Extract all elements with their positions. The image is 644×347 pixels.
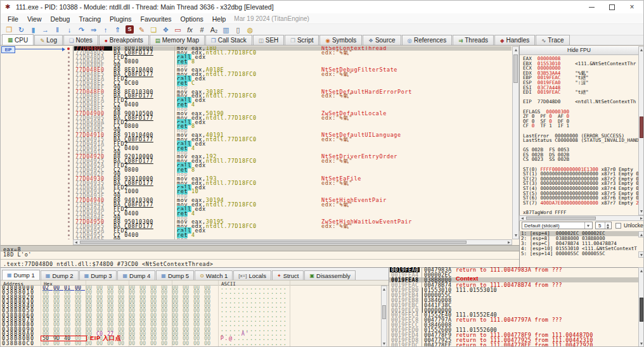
tab-source[interactable]: ❖Source — [363, 35, 401, 45]
menu-item-tracing[interactable]: Tracing — [74, 15, 105, 23]
register-line[interactable]: EIP 77D048D0 <ntdll.NtSetContextTh — [523, 99, 638, 104]
disassembly-hscrollbar[interactable] — [73, 239, 512, 245]
step-out-icon[interactable]: ↑ — [100, 25, 112, 34]
menu-item-options[interactable]: Options — [176, 15, 208, 23]
menu-item-favourites[interactable]: Favourites — [136, 15, 176, 23]
dump-tab-dump-2[interactable]: ▦Dump 2 — [41, 270, 79, 280]
minimize-button[interactable] — [581, 1, 602, 13]
hash-icon[interactable]: # — [196, 25, 208, 34]
scroll-down-icon[interactable] — [383, 343, 385, 345]
tab-notes[interactable]: ❏Notes — [63, 35, 98, 45]
scroll-right-icon[interactable] — [508, 241, 510, 244]
menu-item-view[interactable]: View — [23, 15, 46, 23]
stop-icon[interactable]: ▮ — [27, 25, 39, 34]
tab-symbols[interactable]: ◉Symbols — [319, 35, 362, 45]
step-into-icon[interactable]: ↓ — [63, 25, 75, 34]
tab-call-stack[interactable]: ❒Call Stack — [205, 35, 252, 45]
stack-vscrollbar[interactable] — [638, 267, 644, 347]
eraser-icon[interactable]: ▭ — [172, 25, 184, 34]
tab-log[interactable]: ✎Log — [34, 35, 63, 45]
script-icon: ❐ — [290, 38, 295, 43]
restart-icon[interactable]: ↻ — [15, 25, 27, 34]
dump-tab-watch-1[interactable]: ⊙Watch 1 — [195, 270, 233, 280]
dump-row[interactable]: 038B80C000000000000000000000000000000000… — [1, 341, 381, 346]
font-icon[interactable]: A₂ — [208, 25, 220, 34]
stack-view: 0019FEA00047983Areturn to 111.0047983A f… — [389, 267, 638, 347]
swap-icon[interactable]: ▥ — [220, 25, 232, 34]
tab-breakpoints[interactable]: ●Breakpoints — [99, 35, 149, 45]
scroll-thumb[interactable] — [526, 217, 596, 220]
scroll-down-icon[interactable] — [515, 234, 517, 237]
tab-threads[interactable]: ⇉Threads — [453, 35, 494, 45]
animate-icon[interactable]: ⇑ — [112, 25, 124, 34]
scroll-thumb[interactable] — [640, 117, 643, 138]
stepper-arrows[interactable] — [605, 222, 611, 229]
fx-icon[interactable]: fx — [184, 25, 196, 34]
menu-item-debug[interactable]: Debug — [46, 15, 75, 23]
tab-script[interactable]: ❐Script — [285, 35, 319, 45]
step-over-icon[interactable]: ↷ — [75, 25, 87, 34]
tab-trace[interactable]: ∿Trace — [536, 35, 569, 45]
bullet-icon — [68, 234, 70, 236]
scroll-up-icon[interactable] — [640, 49, 643, 51]
menu-item-help[interactable]: Help — [208, 15, 231, 23]
arg-count-stepper[interactable]: 5 — [595, 222, 612, 229]
tab-cpu[interactable]: ▦CPU — [2, 34, 34, 45]
dump-tab-disassembly[interactable]: ▣Disassembly — [304, 270, 355, 280]
register-line[interactable]: x87TagWord FFFF — [523, 210, 638, 215]
register-line[interactable]: CS 0023 SS 002B — [523, 157, 638, 162]
tab-seh[interactable]: ◫SEH — [253, 35, 285, 45]
open-file-icon[interactable]: ❒ — [3, 25, 15, 34]
dump-tab-dump-5[interactable]: ▦Dump 5 — [156, 270, 194, 280]
dump-tab-dump-1[interactable]: ▦Dump 1 — [2, 270, 40, 280]
scroll-up-icon[interactable] — [515, 49, 517, 51]
menu-item-file[interactable]: File — [3, 15, 23, 23]
tab-handles[interactable]: ◆Handles — [494, 35, 535, 45]
scroll-thumb[interactable] — [640, 298, 643, 322]
menu-item-plugins[interactable]: Plugins — [105, 15, 136, 23]
tab-references[interactable]: ◎References — [402, 35, 453, 45]
scroll-right-icon[interactable] — [640, 217, 643, 220]
scroll-left-icon[interactable] — [521, 217, 524, 220]
register-line[interactable]: CF 0 TF 1 IF 1 — [523, 123, 638, 129]
close-button[interactable]: × — [622, 1, 642, 13]
scroll-thumb[interactable] — [513, 54, 518, 83]
registers-vscrollbar[interactable] — [638, 46, 644, 215]
assemble-icon[interactable]: ✎ — [136, 25, 148, 34]
monitor-icon[interactable]: ▯ — [232, 25, 244, 34]
favourites-icon[interactable]: ❖ — [160, 25, 172, 34]
scroll-down-icon[interactable] — [640, 210, 643, 213]
calling-convention-select[interactable]: Default (stdcall) — [522, 222, 593, 229]
args-scroll-up[interactable] — [638, 231, 644, 237]
scroll-thumb[interactable] — [382, 305, 386, 319]
dump-vscrollbar[interactable] — [381, 286, 387, 347]
register-line[interactable]: LastStatus C0000008 (STATUS_INVALID_HAND — [523, 138, 638, 143]
registers-hscrollbar[interactable] — [519, 215, 644, 221]
args-scroll-down[interactable] — [638, 251, 644, 258]
scroll-thumb[interactable] — [80, 241, 467, 244]
restore-button[interactable] — [602, 1, 622, 13]
run-icon[interactable]: → — [39, 25, 51, 34]
dump-tab-struct[interactable]: ✦Struct — [272, 270, 304, 280]
dump-tab-locals[interactable]: [x=]Locals — [233, 270, 271, 280]
settings-icon[interactable]: S — [126, 25, 134, 34]
scroll-down-icon[interactable] — [640, 343, 643, 345]
stack-row[interactable]: 0019FEDC004778FFreturn to 111.004778FF f… — [389, 343, 638, 347]
register-line[interactable]: EDI 0019FEAC "t繧" — [523, 90, 638, 95]
lamp-icon[interactable]: ◍ — [244, 25, 256, 34]
register-line[interactable]: ST(7) 400DA7E0000000000000 x87r7 Empty 2 — [523, 201, 638, 206]
argument-row[interactable]: 5: [esp+14] 0000055C 0000055C — [519, 251, 638, 256]
pause-icon[interactable]: ‖ — [51, 25, 63, 34]
dump-tab-dump-4[interactable]: ▦Dump 4 — [117, 270, 155, 280]
scroll-up-icon[interactable] — [640, 270, 643, 272]
disassembly-vscrollbar[interactable] — [512, 46, 519, 239]
scroll-left-icon[interactable] — [75, 241, 77, 244]
tab-memory-map[interactable]: ▤Memory Map — [150, 35, 205, 45]
hide-fpu-button[interactable]: Hide FPU — [520, 46, 638, 55]
unlocked-checkbox[interactable] — [615, 223, 621, 229]
combo-arrow[interactable] — [584, 222, 592, 229]
comment-icon[interactable]: ❏ — [148, 25, 160, 34]
scroll-up-icon[interactable] — [383, 288, 385, 291]
run-to-return-icon[interactable]: ⇒ — [87, 25, 100, 34]
dump-tab-dump-3[interactable]: ▦Dump 3 — [79, 270, 117, 280]
